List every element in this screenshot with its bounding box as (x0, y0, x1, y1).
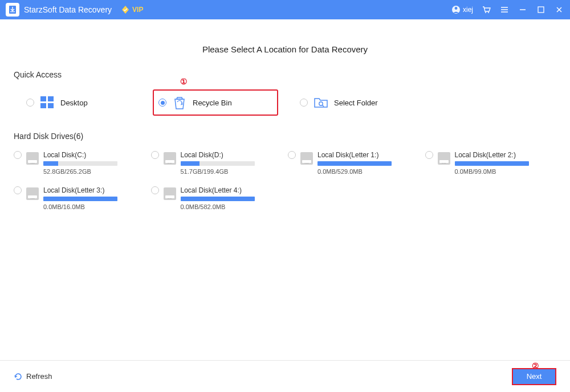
desktop-label: Desktop (60, 99, 88, 107)
svg-rect-9 (40, 103, 46, 108)
drive-name: Local Disk(Letter 3:) (43, 186, 145, 194)
close-button[interactable] (554, 5, 564, 15)
user-icon (451, 5, 461, 14)
page-headline: Please Select A Location for Data Recove… (14, 44, 556, 54)
minimize-button[interactable] (518, 5, 528, 15)
drive-progress (455, 161, 529, 166)
drive-progress (181, 161, 255, 166)
drive-size: 51.7GB/199.4GB (181, 168, 283, 175)
drive-item[interactable]: Local Disk(D:) 51.7GB/199.4GB (151, 151, 283, 175)
drive-name: Local Disk(Letter 1:) (317, 151, 420, 159)
maximize-icon (537, 6, 545, 14)
svg-rect-6 (538, 7, 544, 13)
next-button[interactable]: Next (512, 368, 556, 385)
cart-icon (482, 5, 491, 14)
drive-name: Local Disk(Letter 4:) (181, 186, 283, 194)
svg-point-4 (485, 12, 486, 13)
drive-item[interactable]: Local Disk(C:) 52.8GB/265.2GB (14, 151, 145, 175)
drive-icon (300, 152, 313, 165)
callout-1: ① (180, 77, 188, 86)
drive-size: 0.0MB/99.0MB (455, 168, 557, 175)
refresh-label: Refresh (26, 372, 52, 381)
drive-name: Local Disk(D:) (181, 151, 283, 159)
radio-drive[interactable] (151, 151, 159, 159)
refresh-button[interactable]: Refresh (14, 372, 52, 381)
select-folder-icon (312, 94, 329, 111)
close-icon (555, 6, 563, 14)
drive-name: Local Disk(Letter 2:) (455, 151, 557, 159)
drive-name: Local Disk(C:) (43, 151, 145, 159)
radio-desktop[interactable] (26, 99, 34, 107)
drive-size: 0.0MB/582.0MB (181, 203, 283, 210)
radio-select-folder[interactable] (300, 99, 308, 107)
maximize-button[interactable] (536, 5, 546, 15)
refresh-icon (14, 372, 23, 381)
footer: Refresh ② Next (0, 360, 570, 392)
radio-drive[interactable] (151, 186, 159, 194)
drives-title: Hard Disk Drives(6) (14, 132, 556, 141)
app-logo (6, 3, 19, 17)
recycle-bin-icon (171, 94, 188, 111)
svg-rect-7 (40, 96, 46, 101)
drive-progress (317, 161, 392, 166)
svg-point-11 (319, 102, 323, 105)
radio-drive[interactable] (288, 151, 296, 159)
drive-icon (164, 187, 176, 200)
drive-item[interactable]: Local Disk(Letter 4:) 0.0MB/582.0MB (151, 186, 283, 210)
quick-access-title: Quick Access (14, 70, 556, 79)
radio-recycle-bin[interactable] (158, 99, 166, 107)
drive-icon (26, 152, 39, 165)
drive-size: 0.0MB/16.0MB (43, 203, 145, 210)
cart-button[interactable] (481, 5, 491, 15)
vip-label: VIP (132, 6, 143, 14)
menu-icon (500, 5, 509, 14)
quick-item-recycle-bin[interactable]: Recycle Bin (153, 89, 278, 116)
quick-item-desktop[interactable]: Desktop (22, 89, 147, 116)
drive-size: 52.8GB/265.2GB (43, 168, 145, 175)
recycle-bin-label: Recycle Bin (193, 99, 232, 107)
svg-rect-10 (48, 103, 54, 108)
drive-progress (43, 197, 117, 201)
drive-item[interactable]: Local Disk(Letter 3:) 0.0MB/16.0MB (14, 186, 145, 210)
drive-icon (26, 187, 39, 200)
drive-size: 0.0MB/529.0MB (317, 168, 420, 175)
drive-grid: Local Disk(C:) 52.8GB/265.2GB Local Disk… (14, 151, 556, 210)
drive-item[interactable]: Local Disk(Letter 1:) 0.0MB/529.0MB (288, 151, 420, 175)
minimize-icon (519, 6, 527, 14)
quick-access-row: ① Desktop Recycle Bin Select Folder (14, 89, 556, 116)
next-label: Next (527, 372, 542, 381)
user-badge[interactable]: xiej (451, 5, 473, 14)
drive-progress (43, 161, 117, 166)
quick-item-select-folder[interactable]: Select Folder (295, 89, 421, 116)
svg-point-5 (488, 12, 489, 13)
main-content: Please Select A Location for Data Recove… (0, 19, 570, 210)
svg-rect-8 (48, 96, 54, 101)
svg-point-3 (455, 7, 458, 10)
titlebar: StarzSoft Data Recovery VIP xiej (0, 0, 570, 19)
username: xiej (463, 6, 473, 14)
drive-progress (181, 197, 255, 201)
vip-badge: VIP (121, 5, 143, 14)
radio-drive[interactable] (425, 151, 433, 159)
radio-drive[interactable] (14, 151, 22, 159)
desktop-icon (39, 94, 56, 111)
select-folder-label: Select Folder (334, 99, 378, 107)
radio-drive[interactable] (14, 186, 22, 194)
drive-item[interactable]: Local Disk(Letter 2:) 0.0MB/99.0MB (425, 151, 557, 175)
svg-rect-1 (10, 11, 15, 12)
app-title: StarzSoft Data Recovery (24, 5, 112, 14)
drive-icon (164, 152, 176, 165)
drive-icon (438, 152, 450, 165)
menu-button[interactable] (499, 5, 510, 15)
